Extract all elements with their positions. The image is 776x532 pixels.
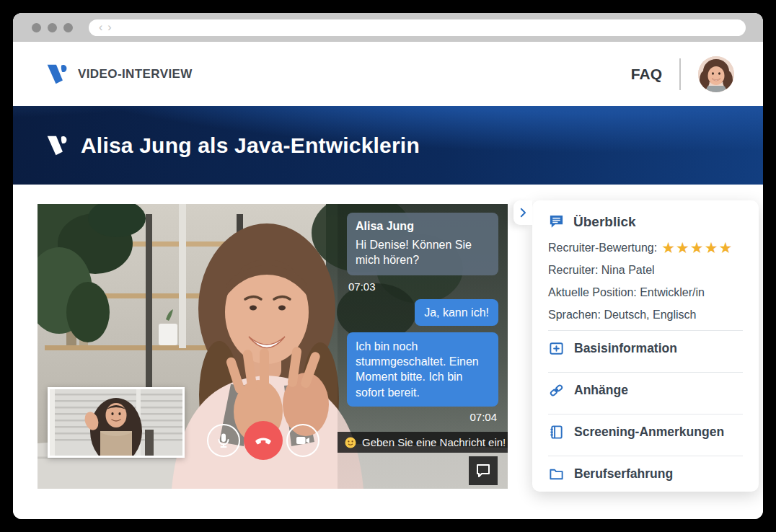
chat-author: Alisa Jung	[356, 220, 490, 233]
browser-chrome: ‹ ›	[13, 13, 763, 42]
collapse-panel-tab[interactable]	[513, 200, 532, 225]
chat-timestamp: 07:03	[348, 280, 497, 293]
chat-message-text: Hi Denise! Können Sie mich hören?	[356, 237, 490, 268]
section-screening-anmerkungen[interactable]: Screening-Anmerkungen	[548, 414, 743, 450]
back-icon[interactable]: ‹	[99, 22, 102, 33]
chevron-right-icon	[516, 206, 529, 219]
rating-stars[interactable]: ★★★★★	[661, 240, 733, 255]
section-anhaenge[interactable]: Anhänge	[548, 373, 743, 408]
app-header: VIDEO-INTERVIEW FAQ	[13, 42, 763, 106]
faq-link[interactable]: FAQ	[631, 66, 662, 83]
candidate-info-card: Überblick Recruiter-Bewertung: ★★★★★ Rec…	[532, 200, 759, 492]
chat-panel: Alisa Jung Hi Denise! Können Sie mich hö…	[338, 204, 508, 489]
smiley-icon[interactable]	[345, 437, 356, 448]
url-bar[interactable]: ‹ ›	[89, 19, 746, 36]
user-avatar[interactable]	[698, 56, 734, 92]
mute-microphone-button[interactable]	[207, 424, 240, 457]
window-zoom-button[interactable]	[63, 23, 73, 32]
section-label: Anhänge	[574, 383, 628, 398]
window-controls	[32, 23, 73, 32]
chat-message-outgoing: Ich bin noch stummgeschaltet. Einen Mome…	[347, 332, 498, 407]
position-row: Aktuelle Position: Entwickler/in	[548, 285, 743, 300]
chat-toggle-button[interactable]	[469, 456, 498, 485]
chat-bubble-icon	[475, 462, 492, 479]
chat-input-placeholder: Geben Sie eine Nachricht ein!	[362, 436, 506, 448]
video-camera-icon	[294, 432, 312, 449]
header-actions: FAQ	[631, 56, 734, 92]
end-call-button[interactable]	[244, 421, 283, 460]
banner-logo-icon	[43, 133, 68, 158]
call-controls	[207, 421, 319, 460]
section-basisinformation[interactable]: Basisinformation	[548, 331, 743, 366]
self-view-image	[50, 389, 182, 456]
section-overview[interactable]: Überblick	[548, 213, 743, 230]
self-view-video[interactable]	[48, 387, 185, 458]
chat-timestamp: 07:04	[469, 411, 497, 423]
link-icon	[548, 382, 565, 399]
chat-message-incoming: Alisa Jung Hi Denise! Können Sie mich hö…	[347, 213, 498, 275]
phone-down-icon	[253, 430, 273, 451]
window-minimize-button[interactable]	[48, 23, 57, 32]
window-close-button[interactable]	[32, 23, 41, 32]
forward-icon[interactable]: ›	[107, 22, 111, 33]
microphone-icon	[215, 432, 232, 449]
message-square-icon	[548, 213, 565, 230]
rating-row: Recruiter-Bewertung: ★★★★★	[548, 240, 743, 255]
notebook-icon	[548, 424, 565, 440]
section-label: Basisinformation	[574, 341, 677, 356]
main-content: Alisa Jung Hi Denise! Können Sie mich hö…	[13, 185, 763, 519]
brand-title: VIDEO-INTERVIEW	[78, 67, 193, 81]
video-call-area: Alisa Jung Hi Denise! Können Sie mich hö…	[38, 204, 508, 489]
recruiter-row: Recruiter: Nina Patel	[548, 263, 743, 278]
chat-message-input[interactable]: Geben Sie eine Nachricht ein!	[338, 432, 508, 453]
header-divider	[679, 58, 681, 90]
folder-icon	[548, 466, 565, 482]
languages-row: Sprachen: Deutsch, Englisch	[548, 308, 743, 322]
browser-window: ‹ › VIDEO-INTERVIEW FAQ	[13, 13, 763, 519]
avatar-image	[698, 56, 734, 92]
rating-label: Recruiter-Bewertung:	[548, 241, 657, 255]
section-berufserfahrung[interactable]: Berufserfahrung	[548, 456, 743, 492]
folder-plus-icon	[548, 340, 565, 357]
overview-title: Überblick	[573, 214, 636, 230]
page-title: Alisa Jung als Java-Entwicklerin	[81, 133, 420, 158]
section-label: Screening-Anmerkungen	[574, 425, 724, 440]
section-label: Berufserfahrung	[574, 466, 673, 482]
chat-message-outgoing: Ja, kann ich!	[415, 299, 498, 326]
toggle-camera-button[interactable]	[286, 424, 319, 457]
brand-logo-icon	[43, 62, 68, 87]
interview-banner: Alisa Jung als Java-Entwicklerin	[13, 106, 763, 185]
